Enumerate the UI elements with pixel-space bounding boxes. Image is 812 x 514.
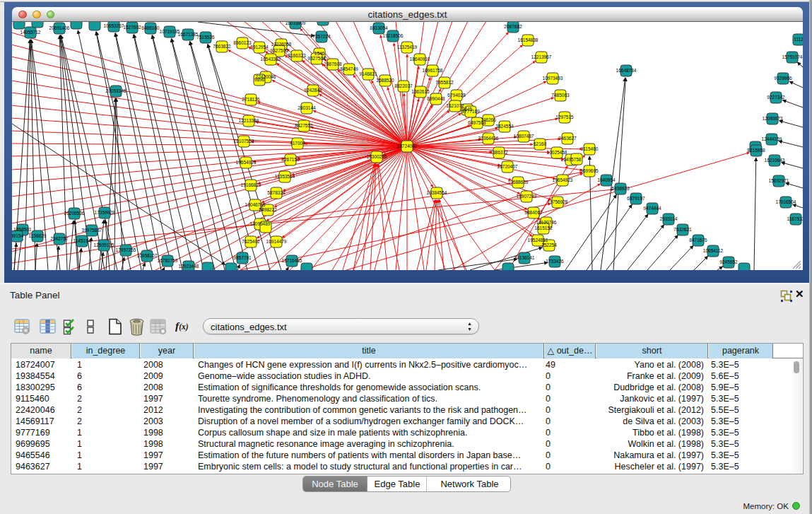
svg-text:62160: 62160 xyxy=(534,141,546,146)
svg-text:10807487: 10807487 xyxy=(514,134,534,139)
svg-text:8960123: 8960123 xyxy=(233,40,252,45)
svg-text:2718126: 2718126 xyxy=(242,97,260,102)
svg-text:13226058: 13226058 xyxy=(271,42,292,47)
svg-text:18907249: 18907249 xyxy=(517,194,537,199)
svg-text:20206536: 20206536 xyxy=(64,211,85,216)
svg-text:1615152: 1615152 xyxy=(534,226,553,230)
svg-text:3824554: 3824554 xyxy=(495,124,514,129)
svg-text:7485063: 7485063 xyxy=(551,93,570,98)
svg-text:2803144: 2803144 xyxy=(298,105,316,110)
svg-text:16671385: 16671385 xyxy=(178,32,199,37)
svg-text:10973493: 10973493 xyxy=(543,76,563,81)
svg-text:16107553: 16107553 xyxy=(234,139,254,144)
svg-text:20053346: 20053346 xyxy=(106,88,126,93)
svg-text:12923448: 12923448 xyxy=(179,264,199,269)
svg-text:16648784: 16648784 xyxy=(616,68,637,73)
svg-text:39975887: 39975887 xyxy=(82,228,102,233)
svg-text:1658501: 1658501 xyxy=(13,227,32,232)
svg-text:14136141: 14136141 xyxy=(514,255,535,260)
svg-text:8454749: 8454749 xyxy=(340,66,358,71)
svg-text:8990448: 8990448 xyxy=(427,96,445,101)
svg-text:10719185: 10719185 xyxy=(160,29,180,34)
svg-text:17957255: 17957255 xyxy=(116,247,136,252)
svg-text:15751074: 15751074 xyxy=(782,54,803,59)
svg-text:10025458: 10025458 xyxy=(547,150,567,155)
svg-text:9242848: 9242848 xyxy=(304,88,322,93)
svg-text:9115460: 9115460 xyxy=(581,146,599,151)
svg-text:9699695: 9699695 xyxy=(580,168,599,173)
svg-text:20364436: 20364436 xyxy=(478,136,499,141)
svg-text:16154838: 16154838 xyxy=(518,37,539,42)
svg-text:252254: 252254 xyxy=(541,243,557,247)
svg-text:16782759: 16782759 xyxy=(158,258,178,263)
svg-text:1733426: 1733426 xyxy=(546,259,564,264)
svg-text:10046765: 10046765 xyxy=(245,202,266,207)
svg-text:5498222: 5498222 xyxy=(259,207,277,212)
svg-text:7955812: 7955812 xyxy=(435,80,454,85)
svg-text:2935114: 2935114 xyxy=(660,216,678,221)
svg-text:10654112: 10654112 xyxy=(703,248,724,253)
svg-text:9329966: 9329966 xyxy=(774,76,792,81)
svg-text:1297515: 1297515 xyxy=(555,115,574,119)
svg-text:1156829: 1156829 xyxy=(29,233,47,238)
svg-text:15692971: 15692971 xyxy=(769,178,789,183)
svg-text:2867608: 2867608 xyxy=(324,62,342,66)
svg-text:7663822: 7663822 xyxy=(213,44,231,49)
svg-text:12444159: 12444159 xyxy=(762,136,782,141)
svg-text:9327508: 9327508 xyxy=(307,56,326,61)
svg-text:16210643: 16210643 xyxy=(765,158,785,163)
svg-text:11325419: 11325419 xyxy=(397,45,418,49)
svg-text:19654923: 19654923 xyxy=(553,177,573,182)
svg-text:18300295: 18300295 xyxy=(367,154,387,159)
svg-text:19384554: 19384554 xyxy=(427,190,447,195)
svg-text:16120746: 16120746 xyxy=(536,220,557,225)
svg-text:11353594: 11353594 xyxy=(275,174,295,179)
svg-text:6466160: 6466160 xyxy=(141,25,160,30)
svg-text:39154: 39154 xyxy=(12,233,23,238)
svg-text:1145194: 1145194 xyxy=(73,238,91,243)
svg-text:8427552: 8427552 xyxy=(295,123,313,128)
svg-text:9327506: 9327506 xyxy=(270,48,288,53)
svg-text:10688639: 10688639 xyxy=(508,180,529,185)
svg-text:7357224: 7357224 xyxy=(312,34,331,39)
svg-text:417004: 417004 xyxy=(290,141,305,146)
svg-text:8186323: 8186323 xyxy=(288,53,306,58)
svg-text:16033809: 16033809 xyxy=(286,22,306,25)
svg-text:9857791: 9857791 xyxy=(233,255,252,260)
svg-text:19524851: 19524851 xyxy=(528,238,548,243)
svg-text:1112: 1112 xyxy=(794,37,803,42)
svg-text:1588520: 1588520 xyxy=(376,78,394,83)
svg-text:12505135: 12505135 xyxy=(94,243,114,247)
svg-text:8822037: 8822037 xyxy=(394,83,413,88)
svg-text:8267150: 8267150 xyxy=(281,157,300,162)
svg-text:7632621: 7632621 xyxy=(673,227,692,232)
svg-text:10653267: 10653267 xyxy=(104,23,124,28)
svg-text:9227342: 9227342 xyxy=(767,95,785,100)
svg-text:19166829: 19166829 xyxy=(241,182,261,187)
svg-text:18724007: 18724007 xyxy=(397,144,418,148)
svg-text:8215958: 8215958 xyxy=(747,148,765,153)
svg-text:9777169: 9777169 xyxy=(461,109,480,114)
svg-text:8912954: 8912954 xyxy=(250,45,269,49)
svg-text:1640954: 1640954 xyxy=(597,177,616,182)
svg-text:7386372: 7386372 xyxy=(490,150,508,155)
svg-text:6794028: 6794028 xyxy=(447,93,466,98)
svg-text:19756928: 19756928 xyxy=(548,199,568,204)
svg-text:5878334: 5878334 xyxy=(267,190,286,195)
svg-text:16543382: 16543382 xyxy=(261,57,281,62)
svg-text:6497568: 6497568 xyxy=(468,120,486,125)
svg-text:8471676: 8471676 xyxy=(689,238,707,243)
svg-text:14099489: 14099489 xyxy=(250,221,271,226)
svg-text:16914479: 16914479 xyxy=(266,239,287,244)
svg-text:14055712: 14055712 xyxy=(20,30,41,35)
svg-text:2087682: 2087682 xyxy=(504,24,522,29)
svg-text:5938923: 5938923 xyxy=(611,186,630,191)
svg-text:9146821: 9146821 xyxy=(359,71,377,76)
svg-text:1527602: 1527602 xyxy=(123,25,141,30)
svg-text:20691406: 20691406 xyxy=(49,25,70,30)
svg-text:10958107: 10958107 xyxy=(137,253,158,258)
svg-text:12213369: 12213369 xyxy=(239,118,259,123)
svg-text:9474444: 9474444 xyxy=(643,206,661,211)
svg-text:2342757: 2342757 xyxy=(50,236,69,241)
svg-text:12213967: 12213967 xyxy=(531,54,552,59)
